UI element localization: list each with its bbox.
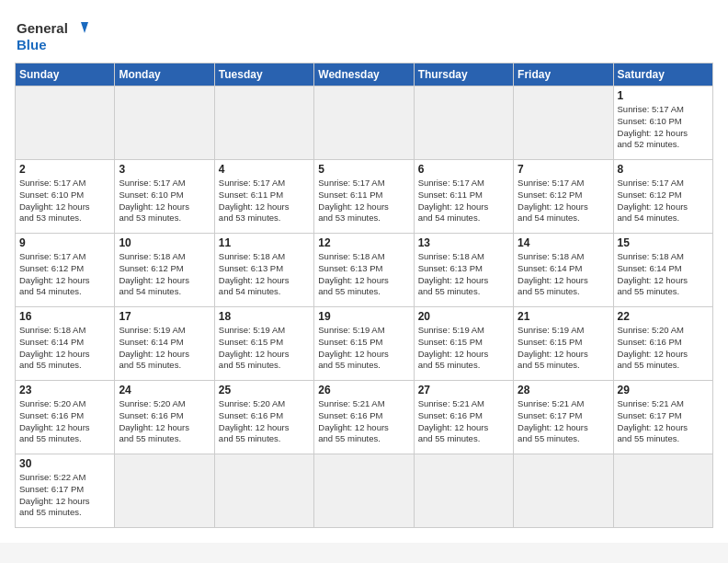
day-info: Sunrise: 5:17 AMSunset: 6:10 PMDaylight:… <box>618 104 709 151</box>
day-number: 26 <box>318 384 409 396</box>
day-number: 12 <box>318 236 409 249</box>
day-info: Sunrise: 5:21 AMSunset: 6:17 PMDaylight:… <box>518 398 609 445</box>
day-number: 29 <box>618 384 709 396</box>
calendar-cell: 7Sunrise: 5:17 AMSunset: 6:12 PMDaylight… <box>514 160 613 234</box>
day-info: Sunrise: 5:18 AMSunset: 6:13 PMDaylight:… <box>219 251 310 298</box>
calendar-cell: 30Sunrise: 5:22 AMSunset: 6:17 PMDayligh… <box>16 454 115 528</box>
weekday-header: Saturday <box>613 63 712 86</box>
day-number: 21 <box>518 310 609 323</box>
calendar-cell: 3Sunrise: 5:17 AMSunset: 6:10 PMDaylight… <box>115 160 214 234</box>
logo: General Blue <box>15 15 88 55</box>
day-info: Sunrise: 5:21 AMSunset: 6:16 PMDaylight:… <box>318 398 409 445</box>
day-info: Sunrise: 5:19 AMSunset: 6:15 PMDaylight:… <box>219 325 310 372</box>
calendar-cell: 10Sunrise: 5:18 AMSunset: 6:12 PMDayligh… <box>115 234 214 307</box>
header: General Blue <box>15 15 713 55</box>
day-number: 2 <box>19 163 110 176</box>
calendar-cell: 8Sunrise: 5:17 AMSunset: 6:12 PMDaylight… <box>613 160 712 234</box>
calendar-cell <box>514 86 613 160</box>
calendar-cell <box>214 454 313 528</box>
day-number: 28 <box>518 384 609 396</box>
calendar-cell: 16Sunrise: 5:18 AMSunset: 6:14 PMDayligh… <box>16 307 115 381</box>
calendar-cell: 18Sunrise: 5:19 AMSunset: 6:15 PMDayligh… <box>214 307 313 381</box>
day-info: Sunrise: 5:18 AMSunset: 6:13 PMDaylight:… <box>318 251 409 298</box>
calendar-cell <box>314 454 414 528</box>
day-number: 3 <box>119 163 210 176</box>
calendar-week-row: 16Sunrise: 5:18 AMSunset: 6:14 PMDayligh… <box>16 307 713 381</box>
calendar-page: General Blue SundayMondayTuesdayWednesda… <box>0 0 728 543</box>
calendar-cell <box>115 86 214 160</box>
day-info: Sunrise: 5:17 AMSunset: 6:12 PMDaylight:… <box>618 178 709 224</box>
weekday-header: Tuesday <box>214 63 313 86</box>
generalblue-logo-icon: General Blue <box>15 15 88 55</box>
day-info: Sunrise: 5:17 AMSunset: 6:12 PMDaylight:… <box>518 178 609 224</box>
day-info: Sunrise: 5:19 AMSunset: 6:15 PMDaylight:… <box>318 325 409 372</box>
day-number: 18 <box>219 310 310 323</box>
weekday-header: Sunday <box>16 63 115 86</box>
calendar-cell: 6Sunrise: 5:17 AMSunset: 6:11 PMDaylight… <box>414 160 513 234</box>
calendar-cell <box>414 454 513 528</box>
calendar-cell <box>115 454 214 528</box>
day-info: Sunrise: 5:18 AMSunset: 6:12 PMDaylight:… <box>119 251 210 298</box>
calendar-cell: 11Sunrise: 5:18 AMSunset: 6:13 PMDayligh… <box>214 234 313 307</box>
calendar-cell: 20Sunrise: 5:19 AMSunset: 6:15 PMDayligh… <box>414 307 513 381</box>
calendar-cell: 9Sunrise: 5:17 AMSunset: 6:12 PMDaylight… <box>16 234 115 307</box>
calendar-cell: 15Sunrise: 5:18 AMSunset: 6:14 PMDayligh… <box>613 234 712 307</box>
day-number: 23 <box>19 384 110 396</box>
day-number: 20 <box>418 310 509 323</box>
day-number: 8 <box>618 163 709 176</box>
calendar-cell: 1Sunrise: 5:17 AMSunset: 6:10 PMDaylight… <box>613 86 712 160</box>
day-info: Sunrise: 5:18 AMSunset: 6:14 PMDaylight:… <box>618 251 709 298</box>
svg-marker-2 <box>81 22 88 33</box>
calendar-cell: 2Sunrise: 5:17 AMSunset: 6:10 PMDaylight… <box>16 160 115 234</box>
calendar-cell: 27Sunrise: 5:21 AMSunset: 6:16 PMDayligh… <box>414 381 513 454</box>
day-info: Sunrise: 5:18 AMSunset: 6:13 PMDaylight:… <box>418 251 509 298</box>
calendar-cell: 24Sunrise: 5:20 AMSunset: 6:16 PMDayligh… <box>115 381 214 454</box>
day-info: Sunrise: 5:18 AMSunset: 6:14 PMDaylight:… <box>19 325 110 372</box>
day-info: Sunrise: 5:19 AMSunset: 6:15 PMDaylight:… <box>418 325 509 372</box>
day-info: Sunrise: 5:18 AMSunset: 6:14 PMDaylight:… <box>518 251 609 298</box>
day-number: 6 <box>418 163 509 176</box>
calendar-cell: 4Sunrise: 5:17 AMSunset: 6:11 PMDaylight… <box>214 160 313 234</box>
day-info: Sunrise: 5:17 AMSunset: 6:10 PMDaylight:… <box>19 178 110 224</box>
day-number: 9 <box>19 236 110 249</box>
day-number: 14 <box>518 236 609 249</box>
svg-text:Blue: Blue <box>17 37 47 52</box>
day-info: Sunrise: 5:21 AMSunset: 6:16 PMDaylight:… <box>418 398 509 445</box>
day-info: Sunrise: 5:19 AMSunset: 6:14 PMDaylight:… <box>119 325 210 372</box>
calendar-table: SundayMondayTuesdayWednesdayThursdayFrid… <box>15 63 713 528</box>
day-number: 22 <box>618 310 709 323</box>
calendar-cell: 19Sunrise: 5:19 AMSunset: 6:15 PMDayligh… <box>314 307 414 381</box>
day-info: Sunrise: 5:17 AMSunset: 6:10 PMDaylight:… <box>119 178 210 224</box>
calendar-week-row: 30Sunrise: 5:22 AMSunset: 6:17 PMDayligh… <box>16 454 713 528</box>
day-number: 5 <box>318 163 409 176</box>
day-info: Sunrise: 5:17 AMSunset: 6:12 PMDaylight:… <box>19 251 110 298</box>
calendar-cell: 22Sunrise: 5:20 AMSunset: 6:16 PMDayligh… <box>613 307 712 381</box>
calendar-cell <box>414 86 513 160</box>
day-number: 25 <box>219 384 310 396</box>
day-number: 27 <box>418 384 509 396</box>
calendar-cell <box>214 86 313 160</box>
day-number: 30 <box>19 457 110 470</box>
calendar-cell <box>514 454 613 528</box>
calendar-cell: 5Sunrise: 5:17 AMSunset: 6:11 PMDaylight… <box>314 160 414 234</box>
weekday-header: Friday <box>514 63 613 86</box>
weekday-header: Thursday <box>414 63 513 86</box>
calendar-cell: 26Sunrise: 5:21 AMSunset: 6:16 PMDayligh… <box>314 381 414 454</box>
day-info: Sunrise: 5:17 AMSunset: 6:11 PMDaylight:… <box>219 178 310 224</box>
calendar-cell: 12Sunrise: 5:18 AMSunset: 6:13 PMDayligh… <box>314 234 414 307</box>
calendar-cell: 29Sunrise: 5:21 AMSunset: 6:17 PMDayligh… <box>613 381 712 454</box>
weekday-header: Monday <box>115 63 214 86</box>
svg-text:General: General <box>17 20 68 36</box>
calendar-cell <box>314 86 414 160</box>
day-number: 4 <box>219 163 310 176</box>
day-info: Sunrise: 5:21 AMSunset: 6:17 PMDaylight:… <box>618 398 709 445</box>
day-info: Sunrise: 5:17 AMSunset: 6:11 PMDaylight:… <box>418 178 509 224</box>
day-number: 15 <box>618 236 709 249</box>
calendar-cell: 28Sunrise: 5:21 AMSunset: 6:17 PMDayligh… <box>514 381 613 454</box>
day-number: 19 <box>318 310 409 323</box>
calendar-cell: 17Sunrise: 5:19 AMSunset: 6:14 PMDayligh… <box>115 307 214 381</box>
day-info: Sunrise: 5:19 AMSunset: 6:15 PMDaylight:… <box>518 325 609 372</box>
day-info: Sunrise: 5:17 AMSunset: 6:11 PMDaylight:… <box>318 178 409 224</box>
calendar-week-row: 9Sunrise: 5:17 AMSunset: 6:12 PMDaylight… <box>16 234 713 307</box>
day-number: 13 <box>418 236 509 249</box>
